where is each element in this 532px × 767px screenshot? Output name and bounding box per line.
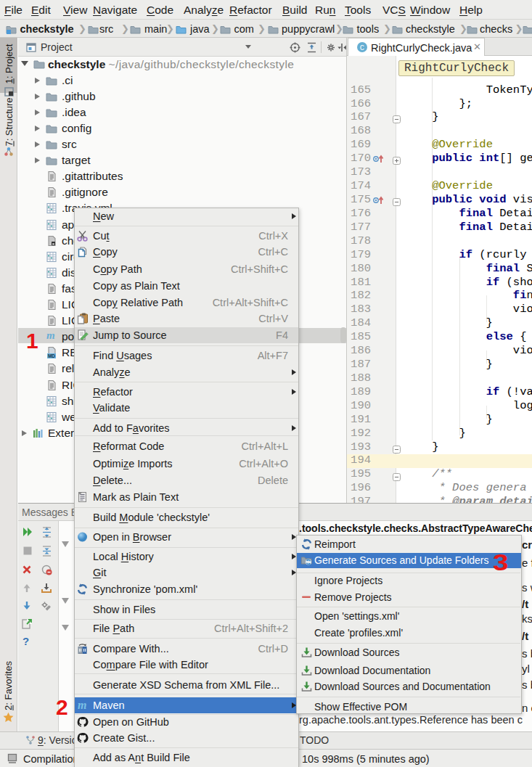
svg-text:MD: MD bbox=[48, 353, 55, 358]
svg-text:C: C bbox=[360, 44, 364, 52]
